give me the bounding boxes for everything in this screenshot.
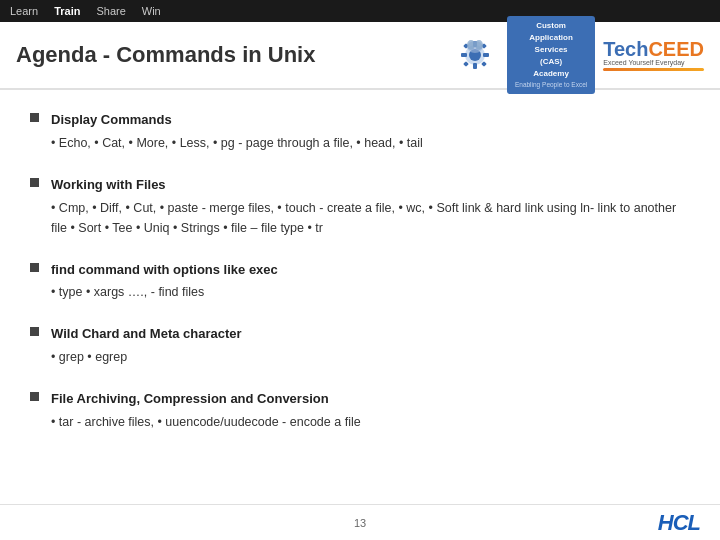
cas-logo-line2: Application — [515, 32, 587, 44]
svg-point-11 — [467, 40, 475, 50]
sections-list: Display Commands• Echo, • Cat, • More, •… — [30, 110, 690, 432]
section-item-2: find command with options like exec• typ… — [30, 260, 690, 303]
svg-point-12 — [475, 40, 483, 50]
logo-area: Custom Application Services (CAS) Academ… — [451, 16, 704, 94]
section-title-0: Display Commands — [51, 110, 423, 131]
techceed-tagline: Exceed Yourself Everyday — [603, 59, 684, 66]
cas-logo-line3: Services — [515, 44, 587, 56]
techceed-tech: Tech — [603, 39, 648, 59]
header: Agenda - Commands in Unix — [0, 22, 720, 90]
bullet-icon-4 — [30, 392, 39, 401]
nav-item-learn[interactable]: Learn — [10, 5, 38, 17]
section-title-1: Working with Files — [51, 175, 690, 196]
hcl-logo: HCL — [658, 510, 700, 536]
section-detail-4: • tar - archive files, • uuencode/uudeco… — [51, 412, 361, 432]
footer: 13 HCL — [0, 504, 720, 540]
nav-item-share[interactable]: Share — [96, 5, 125, 17]
section-content-0: Display Commands• Echo, • Cat, • More, •… — [51, 110, 423, 153]
page-number: 13 — [247, 517, 474, 529]
section-content-4: File Archiving, Compression and Conversi… — [51, 389, 361, 432]
section-detail-3: • grep • egrep — [51, 347, 242, 367]
section-title-4: File Archiving, Compression and Conversi… — [51, 389, 361, 410]
main-content: Display Commands• Echo, • Cat, • More, •… — [0, 90, 720, 474]
cas-tagline: Enabling People to Excel — [515, 80, 587, 90]
cas-logo-line5: Academy — [515, 68, 587, 80]
cas-logo: Custom Application Services (CAS) Academ… — [507, 16, 595, 94]
page-title: Agenda - Commands in Unix — [16, 42, 315, 68]
svg-rect-4 — [461, 53, 467, 57]
brain-icon — [451, 31, 499, 79]
section-content-2: find command with options like exec• typ… — [51, 260, 278, 303]
nav-item-win[interactable]: Win — [142, 5, 161, 17]
section-detail-0: • Echo, • Cat, • More, • Less, • pg - pa… — [51, 133, 423, 153]
bullet-icon-3 — [30, 327, 39, 336]
cas-logo-line1: Custom — [515, 20, 587, 32]
cas-logo-line4: (CAS) — [515, 56, 587, 68]
section-detail-2: • type • xargs …., - find files — [51, 282, 278, 302]
nav-item-train[interactable]: Train — [54, 5, 80, 17]
section-title-3: Wild Chard and Meta character — [51, 324, 242, 345]
section-content-1: Working with Files• Cmp, • Diff, • Cut, … — [51, 175, 690, 238]
section-item-1: Working with Files• Cmp, • Diff, • Cut, … — [30, 175, 690, 238]
bullet-icon-1 — [30, 178, 39, 187]
bullet-icon-2 — [30, 263, 39, 272]
section-title-2: find command with options like exec — [51, 260, 278, 281]
section-content-3: Wild Chard and Meta character• grep • eg… — [51, 324, 242, 367]
section-item-4: File Archiving, Compression and Conversi… — [30, 389, 690, 432]
page-title-text: Agenda - Commands in Unix — [16, 42, 315, 67]
techceed-ceed: CEED — [648, 39, 704, 59]
section-item-3: Wild Chard and Meta character• grep • eg… — [30, 324, 690, 367]
section-item-0: Display Commands• Echo, • Cat, • More, •… — [30, 110, 690, 153]
bullet-icon-0 — [30, 113, 39, 122]
section-detail-1: • Cmp, • Diff, • Cut, • paste - merge fi… — [51, 198, 690, 238]
techceed-logo: TechCEED Exceed Yourself Everyday — [603, 39, 704, 71]
svg-rect-5 — [483, 53, 489, 57]
svg-rect-3 — [473, 63, 477, 69]
